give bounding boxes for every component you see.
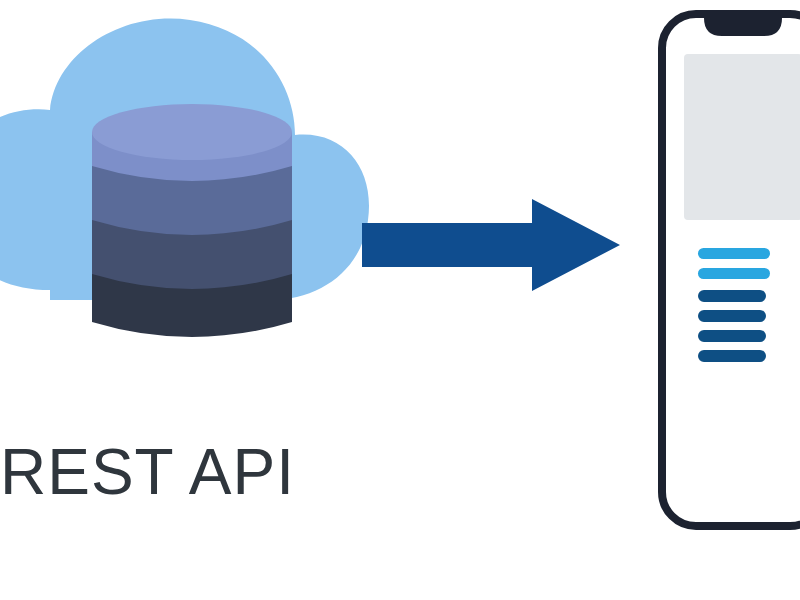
svg-rect-3 xyxy=(684,54,800,220)
svg-rect-9 xyxy=(698,350,766,362)
database-icon xyxy=(82,100,302,350)
svg-point-0 xyxy=(92,104,292,160)
arrow-icon xyxy=(362,195,622,295)
rest-api-label: REST API xyxy=(0,435,295,509)
svg-marker-1 xyxy=(362,199,620,291)
diagram-stage: REST API xyxy=(0,0,800,600)
svg-rect-7 xyxy=(698,310,766,322)
svg-rect-6 xyxy=(698,290,766,302)
svg-rect-4 xyxy=(698,248,770,259)
phone-icon xyxy=(658,10,800,530)
svg-rect-8 xyxy=(698,330,766,342)
svg-rect-5 xyxy=(698,268,770,279)
